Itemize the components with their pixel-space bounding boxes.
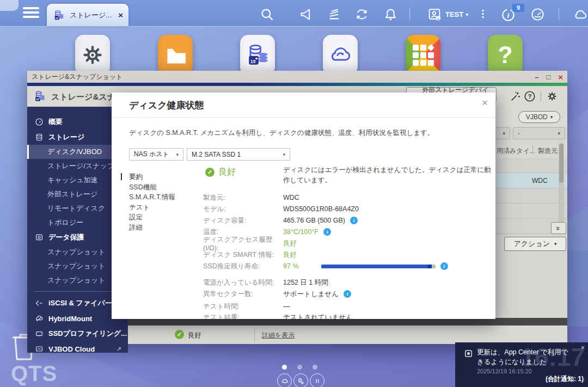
health-status-message: ディスクにはエラーが検出されませんでした。ディスクは正常に動作しています。	[283, 165, 491, 186]
snapshot-camera-icon	[35, 233, 44, 242]
disks-icon	[35, 133, 44, 142]
window-close-button[interactable]: ×	[558, 73, 563, 81]
menu-details[interactable]: 詳細	[129, 223, 175, 233]
settings-gear-icon[interactable]	[546, 90, 558, 102]
menu-ssd-features[interactable]: SSD機能	[129, 182, 175, 193]
search-icon[interactable]	[260, 7, 274, 22]
help-center-shortcut[interactable]: ?	[488, 35, 523, 75]
minimize-button[interactable]: –	[535, 73, 538, 81]
tab-label: ストレージ...	[70, 10, 118, 20]
sidebar-item-vjbod-cloud[interactable]: VJBOD Cloud ↗	[27, 341, 128, 353]
resource-monitor-icon[interactable]	[530, 7, 545, 22]
taskbar-corner	[0, 0, 19, 11]
myqnapcloud-icon[interactable]	[571, 7, 588, 22]
ssd-icon	[35, 329, 44, 338]
desktop-page-dot-3[interactable]	[313, 365, 317, 370]
cloud-shortcut-button[interactable]	[277, 373, 292, 387]
chevron-down-icon: ▾	[554, 241, 557, 247]
desktop-page-dot-1[interactable]	[282, 365, 287, 370]
chevron-down-icon: ▾	[558, 131, 560, 136]
tools-shortcut-button[interactable]	[293, 373, 308, 387]
storage-app-icon	[52, 9, 65, 22]
window-titlebar[interactable]: ストレージ&スナップショット – □ ×	[27, 71, 567, 83]
field-capacity: ディスク容量: 465.76 GB (500 GB) i	[203, 216, 489, 225]
main-menu-button[interactable]	[23, 7, 39, 19]
sidebar-item-ssd-profiling[interactable]: SSDプロファイリング... ↗	[27, 326, 128, 341]
chevron-down-icon: ▾	[503, 131, 505, 136]
chevron-down-icon: ▾	[283, 152, 285, 157]
desktop: 10 ストレージ... ×	[0, 0, 588, 387]
help-icon[interactable]: ?	[524, 90, 536, 102]
menu-summary[interactable]: 要約	[129, 172, 175, 182]
tab-close-icon[interactable]: ×	[118, 10, 123, 20]
info-icon[interactable]: i	[323, 228, 331, 236]
chevron-down-icon: ▾	[176, 152, 179, 157]
smart-wizard-icon[interactable]	[510, 90, 522, 102]
cloud-icon	[281, 377, 289, 385]
column-used-type[interactable]: 用済みタイ...	[497, 146, 535, 156]
dialog-close-icon[interactable]: ×	[482, 97, 488, 109]
info-icon[interactable]: i	[440, 262, 448, 270]
logs-icon[interactable]	[327, 7, 342, 22]
field-io-history: ディスクアクセス履歴 (I/O): 良好	[203, 238, 489, 248]
user-menu[interactable]: ★ TEST ▾	[427, 7, 468, 22]
sidebar-divider	[34, 291, 121, 292]
notification-message[interactable]: 更新は、App Center で利用できるようになりました	[477, 348, 574, 367]
user-name: TEST	[445, 10, 463, 19]
info-icon[interactable]: i	[344, 290, 351, 298]
ssd-life-bar-fill	[321, 265, 432, 268]
question-icon: ?	[498, 41, 513, 69]
menu-settings[interactable]: 設定	[129, 212, 175, 223]
status-check-icon: ✓	[205, 168, 215, 177]
field-power-on-time: 電源が入っている時間: 1252 日 1 時間	[203, 278, 489, 287]
svg-text:?: ?	[528, 93, 532, 100]
hybridmount-icon	[35, 314, 44, 323]
maximize-button[interactable]: □	[546, 73, 550, 81]
content-more-icon[interactable]: ⋮	[565, 112, 567, 121]
svg-text:★: ★	[437, 17, 440, 21]
chevron-down-icon: ▾	[465, 11, 468, 17]
taskbar-separator	[559, 8, 559, 20]
control-panel-shortcut[interactable]	[75, 35, 110, 75]
qts-logo: QTS	[11, 361, 57, 386]
background-tasks-icon[interactable]	[354, 7, 369, 22]
collapse-panel-button[interactable]: »	[551, 222, 566, 234]
column-manufacturer[interactable]: 製造元	[538, 146, 558, 156]
dialog-menu: 要約 SSD機能 S.M.A.R.T.情報 テスト 設定 詳細	[129, 172, 175, 232]
more-options-icon[interactable]	[478, 7, 488, 21]
storage-snapshots-shortcut[interactable]	[240, 35, 275, 75]
info-icon[interactable]: i	[350, 217, 358, 224]
svg-text:i: i	[507, 11, 510, 20]
app-tab-storage[interactable]: ストレージ... ×	[47, 4, 128, 26]
bottom-pane-header	[128, 318, 567, 325]
menu-smart-info[interactable]: S.M.A.R.T.情報	[129, 192, 175, 202]
status-check-icon: ✓	[175, 330, 184, 339]
gear-icon	[79, 42, 106, 68]
file-station-shortcut[interactable]	[158, 35, 193, 75]
desktop-page-dot-2[interactable]	[297, 365, 302, 370]
iscsi-icon	[35, 299, 44, 308]
ssd-life-progress	[321, 265, 436, 268]
menu-test[interactable]: テスト	[129, 202, 175, 213]
vjbod-cloud-icon	[35, 345, 44, 353]
bottom-status-row: ✓ 良好 詳細を表示	[128, 325, 567, 344]
notification-timestamp: 2025/12/19 16:15:20	[477, 368, 532, 374]
action-button[interactable]: アクション ▾	[504, 237, 566, 251]
filter-select-2[interactable]: - ▾	[513, 127, 565, 139]
table-scrollbar[interactable]	[559, 143, 564, 235]
show-details-link[interactable]: 詳細を表示	[262, 331, 295, 340]
myqnapcloud-shortcut[interactable]	[323, 35, 358, 75]
app-center-shortcut[interactable]	[406, 35, 440, 75]
taskbar: ストレージ... × ★ TEST ▾	[0, 0, 588, 27]
dashboard-shortcut-button[interactable]	[310, 373, 324, 387]
header-separator	[541, 91, 541, 101]
hammer-icon	[297, 377, 305, 385]
gauge-icon	[35, 118, 44, 126]
notification-close-icon[interactable]: ×	[580, 343, 585, 352]
notifications-bell-icon[interactable]	[383, 7, 398, 22]
vjbod-button[interactable]: VJBOD ▾	[518, 111, 560, 123]
folder-icon	[162, 42, 188, 68]
announcement-icon[interactable]	[299, 7, 314, 22]
disk-select[interactable]: M.2 SATA SSD 1 ▾	[187, 148, 290, 161]
host-select[interactable]: NAS ホスト ▾	[129, 148, 183, 161]
